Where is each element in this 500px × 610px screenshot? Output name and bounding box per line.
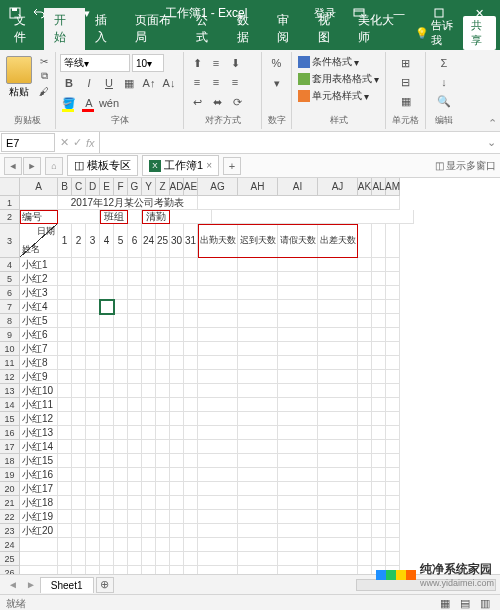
cell[interactable] xyxy=(170,468,184,482)
cell[interactable] xyxy=(318,300,358,314)
cell[interactable] xyxy=(198,482,238,496)
cell[interactable] xyxy=(58,552,72,566)
cell[interactable] xyxy=(20,196,58,210)
cell[interactable] xyxy=(72,272,86,286)
cell[interactable] xyxy=(72,524,86,538)
row-header[interactable]: 22 xyxy=(0,510,20,524)
cell[interactable] xyxy=(278,328,318,342)
cell[interactable] xyxy=(58,328,72,342)
column-header[interactable]: Y xyxy=(142,178,156,196)
cell[interactable] xyxy=(184,328,198,342)
cell[interactable] xyxy=(278,370,318,384)
cell[interactable] xyxy=(278,272,318,286)
align-middle-icon[interactable]: ≡ xyxy=(207,54,225,72)
cell[interactable] xyxy=(128,524,142,538)
cell[interactable] xyxy=(72,482,86,496)
row-header[interactable]: 1 xyxy=(0,196,20,210)
cell[interactable] xyxy=(128,272,142,286)
cell[interactable] xyxy=(114,496,128,510)
cell[interactable] xyxy=(358,482,372,496)
cell[interactable]: 31 xyxy=(184,224,198,258)
cell[interactable] xyxy=(184,510,198,524)
cell[interactable] xyxy=(86,510,100,524)
tab-insert[interactable]: 插入 xyxy=(85,8,125,50)
share-button[interactable]: 共享 xyxy=(463,16,496,50)
cell[interactable] xyxy=(386,398,400,412)
cell[interactable]: 小红17 xyxy=(20,482,58,496)
copy-icon[interactable]: ⧉ xyxy=(36,69,52,83)
cell[interactable]: 25 xyxy=(156,224,170,258)
cell[interactable] xyxy=(318,454,358,468)
cell[interactable] xyxy=(358,370,372,384)
cell[interactable] xyxy=(100,412,114,426)
cell[interactable] xyxy=(318,286,358,300)
cell-styles-button[interactable]: 单元格样式 ▾ xyxy=(296,88,381,104)
tab-file[interactable]: 文件 xyxy=(4,8,44,50)
cell[interactable] xyxy=(358,468,372,482)
doc-nav-next-icon[interactable]: ► xyxy=(23,157,41,175)
cell[interactable] xyxy=(58,454,72,468)
cell[interactable] xyxy=(156,258,170,272)
cell[interactable] xyxy=(58,286,72,300)
cell[interactable] xyxy=(372,356,386,370)
cell[interactable] xyxy=(86,440,100,454)
cell[interactable] xyxy=(72,314,86,328)
cell[interactable] xyxy=(184,370,198,384)
cell[interactable] xyxy=(156,370,170,384)
cell[interactable] xyxy=(278,468,318,482)
cell[interactable] xyxy=(238,468,278,482)
cell[interactable] xyxy=(100,552,114,566)
cell[interactable] xyxy=(170,328,184,342)
cell[interactable] xyxy=(278,566,318,574)
cell[interactable] xyxy=(372,342,386,356)
cell[interactable] xyxy=(86,286,100,300)
cell[interactable] xyxy=(198,370,238,384)
cell[interactable] xyxy=(128,482,142,496)
tab-formulas[interactable]: 公式 xyxy=(186,8,226,50)
cell[interactable] xyxy=(358,258,372,272)
cell[interactable] xyxy=(318,384,358,398)
cell[interactable] xyxy=(238,398,278,412)
cell[interactable] xyxy=(142,328,156,342)
cell[interactable] xyxy=(184,258,198,272)
cell[interactable] xyxy=(318,524,358,538)
cell[interactable] xyxy=(372,286,386,300)
cell[interactable] xyxy=(372,398,386,412)
cell[interactable] xyxy=(114,300,128,314)
cell[interactable]: 班组 xyxy=(100,210,128,224)
paste-button[interactable]: 粘贴 xyxy=(4,54,34,101)
cell[interactable] xyxy=(184,454,198,468)
cell[interactable]: 6 xyxy=(128,224,142,258)
cell[interactable] xyxy=(86,538,100,552)
cell[interactable] xyxy=(358,328,372,342)
cell[interactable] xyxy=(156,426,170,440)
cell[interactable] xyxy=(278,454,318,468)
cell[interactable] xyxy=(238,566,278,574)
column-header[interactable]: AK xyxy=(358,178,372,196)
column-header[interactable]: AH xyxy=(238,178,278,196)
cell[interactable] xyxy=(86,524,100,538)
cell[interactable] xyxy=(238,384,278,398)
select-all-corner[interactable] xyxy=(0,178,20,196)
cell[interactable] xyxy=(318,314,358,328)
sheet-nav-next-icon[interactable]: ► xyxy=(22,579,40,590)
cell[interactable]: 小红10 xyxy=(20,384,58,398)
cell[interactable] xyxy=(156,412,170,426)
cell[interactable] xyxy=(86,300,100,314)
cell[interactable]: 小红15 xyxy=(20,454,58,468)
cell[interactable] xyxy=(100,272,114,286)
cell[interactable] xyxy=(72,384,86,398)
cell[interactable] xyxy=(238,370,278,384)
cell[interactable] xyxy=(358,272,372,286)
cell[interactable] xyxy=(114,510,128,524)
template-zone-tab[interactable]: ◫ 模板专区 xyxy=(67,155,138,176)
cell[interactable]: 5 xyxy=(114,224,128,258)
percent-icon[interactable]: % xyxy=(268,54,286,72)
cell[interactable] xyxy=(278,482,318,496)
cell[interactable] xyxy=(128,286,142,300)
cell[interactable] xyxy=(114,538,128,552)
cell[interactable] xyxy=(372,384,386,398)
cell[interactable] xyxy=(170,258,184,272)
cell[interactable] xyxy=(198,566,238,574)
cell[interactable] xyxy=(372,272,386,286)
